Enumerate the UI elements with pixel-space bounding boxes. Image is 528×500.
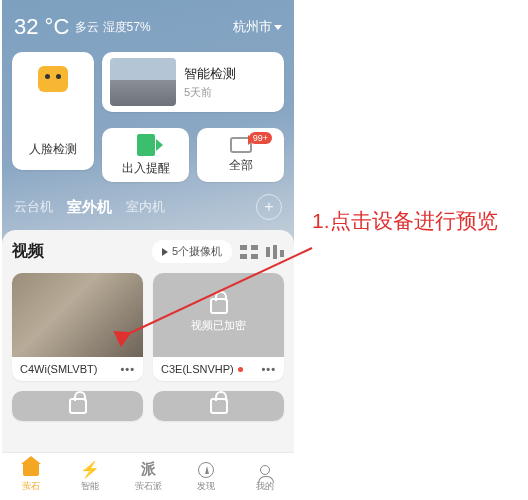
home-icon [23, 464, 39, 476]
camera-count-pill[interactable]: 5个摄像机 [152, 240, 232, 263]
all-tile[interactable]: 99+ 全部 [197, 128, 284, 182]
camera-count-label: 5个摄像机 [172, 244, 222, 259]
bolt-icon: ⚡ [80, 461, 100, 479]
nav-pai[interactable]: 派萤石派 [119, 453, 177, 500]
camera-grid: C4Wi(SMLVBT) ••• 视频已加密 C3E(LSNVHP) ••• [12, 273, 284, 421]
tab-indoor[interactable]: 室内机 [126, 198, 165, 216]
door-icon [137, 134, 155, 156]
camera-name: C4Wi(SMLVBT) [20, 363, 97, 375]
face-icon [38, 66, 68, 92]
alert-dot-icon [238, 367, 243, 372]
temperature: 32 °C [14, 14, 69, 40]
detect-thumbnail [110, 58, 176, 106]
city-selector[interactable]: 杭州市 [233, 18, 282, 36]
nav-label: 萤石 [22, 480, 40, 493]
all-icon [230, 137, 252, 153]
person-icon [260, 465, 270, 475]
lock-icon [210, 298, 228, 314]
grid-view-icon[interactable] [240, 245, 258, 259]
camera-more-button[interactable]: ••• [261, 363, 276, 375]
camera-card[interactable]: 视频已加密 C3E(LSNVHP) ••• [153, 273, 284, 381]
city-label: 杭州市 [233, 18, 272, 36]
pai-icon: 派 [138, 461, 158, 479]
camera-preview-encrypted [12, 391, 143, 421]
sort-icon[interactable] [266, 245, 284, 259]
nav-smart[interactable]: ⚡智能 [60, 453, 118, 500]
entry-alert-tile[interactable]: 出入提醒 [102, 128, 189, 182]
camera-card[interactable] [153, 391, 284, 421]
camera-more-button[interactable]: ••• [120, 363, 135, 375]
play-icon [162, 248, 168, 256]
add-group-button[interactable]: + [256, 194, 282, 220]
detect-subtitle: 5天前 [184, 85, 236, 100]
lock-icon [210, 398, 228, 414]
encrypted-label: 视频已加密 [191, 318, 246, 333]
device-group-tabs: 云台机 室外机 室内机 + [2, 182, 294, 228]
all-label: 全部 [229, 157, 253, 174]
bottom-nav: 萤石 ⚡智能 派萤石派 发现 我的 [2, 452, 294, 500]
compass-icon [198, 462, 214, 478]
camera-preview-encrypted [153, 391, 284, 421]
nav-mine[interactable]: 我的 [236, 453, 294, 500]
chevron-down-icon [274, 25, 282, 30]
nav-label: 发现 [197, 480, 215, 493]
nav-label: 智能 [81, 480, 99, 493]
tab-yuntai[interactable]: 云台机 [14, 198, 53, 216]
entry-alert-label: 出入提醒 [122, 160, 170, 177]
tab-outdoor[interactable]: 室外机 [67, 198, 112, 217]
camera-card[interactable]: C4Wi(SMLVBT) ••• [12, 273, 143, 381]
lock-icon [69, 398, 87, 414]
camera-preview [12, 273, 143, 357]
camera-name: C3E(LSNVHP) [161, 363, 234, 375]
nav-discover[interactable]: 发现 [177, 453, 235, 500]
feature-tiles-row1: 人脸检测 智能检测 5天前 出入提醒 99+ 全部 [2, 52, 294, 182]
smart-detect-tile[interactable]: 智能检测 5天前 [102, 52, 284, 112]
face-detect-label: 人脸检测 [29, 141, 77, 158]
weather-condition: 多云 湿度57% [75, 19, 150, 36]
nav-home[interactable]: 萤石 [2, 453, 60, 500]
video-title: 视频 [12, 241, 44, 262]
nav-label: 萤石派 [135, 480, 162, 493]
weather-bar: 32 °C 多云 湿度57% 杭州市 [2, 0, 294, 46]
camera-card[interactable] [12, 391, 143, 421]
camera-preview-encrypted: 视频已加密 [153, 273, 284, 357]
annotation-text: 1.点击设备进行预览 [312, 206, 522, 236]
phone-frame: 32 °C 多云 湿度57% 杭州市 人脸检测 智能检测 5天前 出入提醒 [2, 0, 294, 500]
video-sheet-header: 视频 5个摄像机 [12, 240, 284, 263]
face-detect-tile[interactable]: 人脸检测 [12, 52, 94, 170]
detect-title: 智能检测 [184, 65, 236, 83]
